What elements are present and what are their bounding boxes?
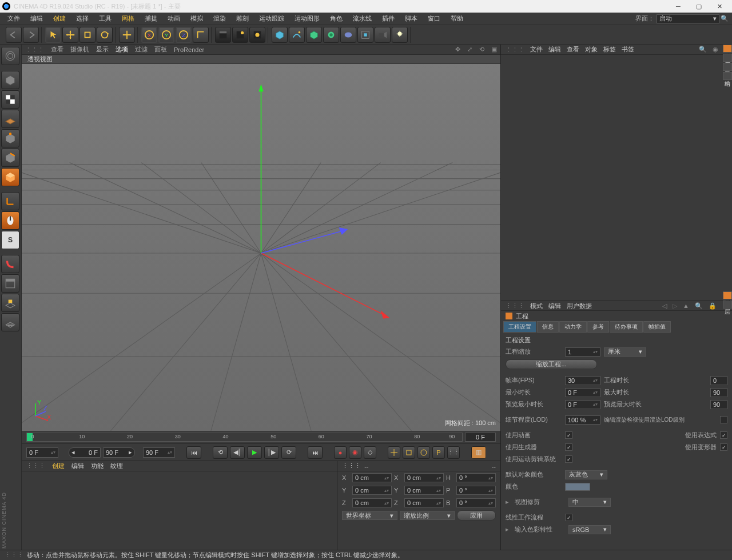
grip-icon[interactable]: ⋮⋮⋮ [25,46,44,53]
menu-animate[interactable]: 动画 [162,14,185,23]
x-axis-lock[interactable]: X [141,27,157,43]
coord-system[interactable] [193,27,209,43]
interface-select[interactable]: 启动▾ [657,14,719,23]
om-menu-edit[interactable]: 编辑 [548,45,561,54]
record-button[interactable]: ● [334,446,347,459]
om-eye-icon[interactable]: ◉ [713,46,718,53]
redo-button[interactable] [23,27,39,43]
planar-workplane-button[interactable] [1,313,19,331]
am-back-icon[interactable]: ◁ [662,302,667,310]
environment-button[interactable] [340,27,356,43]
vtab-layers[interactable]: 层 [723,301,732,309]
vtab-objects[interactable]: 对象 [723,45,732,53]
rot-b-field[interactable]: 0 °▴▾ [456,498,496,507]
project-scale-field[interactable]: 1▴▾ [565,347,600,357]
model-mode-button[interactable] [1,71,19,89]
spline-button[interactable] [289,27,305,43]
soft-select-button[interactable] [1,255,19,273]
light-button[interactable] [375,27,391,43]
fps-field[interactable]: 30▴▾ [565,376,600,385]
vp-menu-view[interactable]: 查看 [51,45,63,54]
axis-button[interactable] [1,192,19,210]
vtab-browser[interactable]: 内容浏览器 [723,63,732,71]
scale-tool[interactable] [79,27,96,43]
tab-referencing[interactable]: 参考 [587,321,609,333]
generator-button[interactable] [306,27,322,43]
preview-min-field[interactable]: 0 F▴▾ [565,400,600,409]
rot-p-field[interactable]: 0 °▴▾ [456,486,496,495]
rotate-tool[interactable] [97,27,113,43]
key-param-button[interactable]: P [432,446,445,459]
menu-tracker[interactable]: 运动跟踪 [254,14,289,23]
menu-simulate[interactable]: 模拟 [185,14,208,23]
minimize-button[interactable]: ─ [668,1,689,12]
menu-mograph[interactable]: 运动图形 [289,14,325,23]
vtab-attributes[interactable]: 属性 [723,291,732,299]
mat-menu-create[interactable]: 创建 [52,462,65,470]
vp-nav-toggle-icon[interactable]: ▣ [491,46,497,53]
undo-button[interactable] [6,27,22,43]
am-menu-edit[interactable]: 编辑 [548,302,561,310]
key-rot-button[interactable] [417,446,430,459]
camera-button[interactable] [357,27,373,43]
lod-render-checkbox[interactable] [720,416,727,423]
viewport-3d[interactable]: Y X Z 网格间距 : 100 cm [22,64,500,431]
maximize-button[interactable]: ▢ [689,1,709,12]
object-manager-area[interactable] [501,55,732,301]
tab-interpolation[interactable]: 帧插值 [643,321,671,333]
select-tool[interactable] [45,27,61,43]
vtab-history[interactable]: 历史 [723,54,732,62]
search-icon[interactable]: 🔍 [719,15,730,22]
coord-mode-select[interactable]: 缩放比例▾ [400,511,455,520]
om-menu-tags[interactable]: 标签 [603,45,616,54]
menu-plugins[interactable]: 插件 [377,14,400,23]
vtab-structure[interactable]: 结构 [723,72,732,80]
menu-edit[interactable]: 编辑 [25,14,48,23]
view-clip-select[interactable]: 中▾ [568,498,611,507]
om-search-icon[interactable]: 🔍 [699,46,707,53]
am-search-icon[interactable]: 🔍 [695,302,703,310]
next-key-button[interactable]: ⟳ [281,446,296,459]
grip-icon[interactable]: ⋮⋮⋮ [506,302,524,310]
texture-mode-button[interactable] [1,90,19,109]
edge-mode-button[interactable] [1,149,19,167]
menu-script[interactable]: 脚本 [400,14,423,23]
workplane-button[interactable] [1,110,19,128]
timeline-track[interactable]: 0 10 20 30 40 50 60 70 80 90 [26,433,463,442]
menu-character[interactable]: 角色 [325,14,348,23]
frame-end-field[interactable]: 90 F ▸ [103,447,135,458]
vp-nav-move-icon[interactable]: ✥ [455,46,460,53]
menu-snap[interactable]: 捕捉 [140,14,162,23]
am-menu-mode[interactable]: 模式 [530,302,543,310]
menu-help[interactable]: 帮助 [445,14,468,23]
viewport-solo-button[interactable] [1,274,19,293]
y-axis-lock[interactable]: Y [158,27,174,43]
grip-icon[interactable]: ⋮⋮⋮ [506,46,524,53]
mat-menu-function[interactable]: 功能 [91,462,104,470]
preview-max-field[interactable]: 90 [710,400,727,409]
menu-file[interactable]: 文件 [2,14,25,23]
frame-total-field[interactable]: 90 F▴▾ [143,447,175,458]
scene-button[interactable] [392,27,408,43]
key-scale-button[interactable] [403,446,415,459]
scale-project-button[interactable]: 缩放工程... [506,359,597,369]
frame-cur-field[interactable]: ◂ 0 F [69,447,101,458]
point-mode-button[interactable] [1,129,19,147]
goto-end-button[interactable]: ⏭ [308,446,323,459]
close-button[interactable]: ✕ [709,1,730,12]
tab-info[interactable]: 信息 [537,321,559,333]
tab-project-settings[interactable]: 工程设置 [503,321,536,333]
om-menu-file[interactable]: 文件 [530,45,543,54]
goto-start-button[interactable]: ⏮ [186,446,201,459]
am-menu-userdata[interactable]: 用户数据 [567,302,592,310]
use-deformers-checkbox[interactable]: ✓ [720,443,727,451]
vp-menu-panel[interactable]: 面板 [154,45,167,54]
keyframe-sel-button[interactable]: ◇ [364,446,376,459]
autokey-button[interactable]: ◉ [349,446,361,459]
default-color-select[interactable]: 灰蓝色▾ [565,470,607,479]
next-frame-button[interactable]: │▶ [264,446,279,459]
move-tool[interactable] [62,27,78,43]
mat-menu-texture[interactable]: 纹理 [110,462,123,470]
render-view-button[interactable] [215,27,231,43]
primitive-button[interactable] [272,27,288,43]
